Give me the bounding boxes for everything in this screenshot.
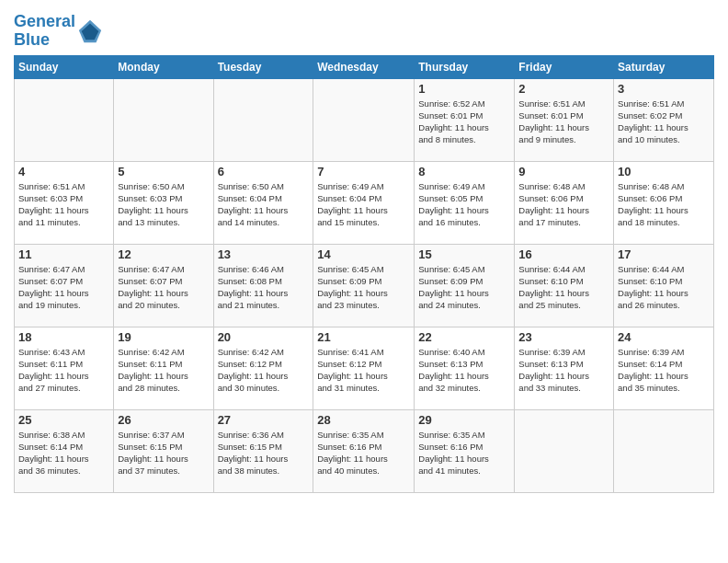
day-number: 13 (218, 247, 310, 261)
day-number: 17 (618, 247, 710, 261)
day-cell: 8Sunrise: 6:49 AM Sunset: 6:05 PM Daylig… (415, 161, 515, 244)
day-cell: 12Sunrise: 6:47 AM Sunset: 6:07 PM Dayli… (114, 244, 213, 327)
header-wednesday: Wednesday (313, 55, 415, 78)
day-info: Sunrise: 6:42 AM Sunset: 6:11 PM Dayligh… (118, 346, 209, 395)
day-number: 14 (317, 247, 410, 261)
day-number: 23 (518, 330, 609, 344)
day-info: Sunrise: 6:48 AM Sunset: 6:06 PM Dayligh… (618, 180, 710, 229)
day-number: 11 (18, 247, 109, 261)
day-info: Sunrise: 6:40 AM Sunset: 6:13 PM Dayligh… (418, 346, 510, 395)
day-cell: 28Sunrise: 6:35 AM Sunset: 6:16 PM Dayli… (313, 409, 415, 492)
day-number: 5 (118, 165, 209, 178)
day-number: 19 (118, 330, 209, 344)
week-row-4: 25Sunrise: 6:38 AM Sunset: 6:14 PM Dayli… (15, 409, 714, 492)
day-info: Sunrise: 6:37 AM Sunset: 6:15 PM Dayligh… (118, 429, 209, 477)
day-cell (213, 78, 313, 161)
day-number: 29 (418, 413, 510, 427)
day-cell (515, 409, 614, 492)
day-info: Sunrise: 6:51 AM Sunset: 6:03 PM Dayligh… (18, 180, 109, 229)
day-cell: 21Sunrise: 6:41 AM Sunset: 6:12 PM Dayli… (313, 327, 415, 409)
day-info: Sunrise: 6:43 AM Sunset: 6:11 PM Dayligh… (18, 346, 109, 395)
week-row-2: 11Sunrise: 6:47 AM Sunset: 6:07 PM Dayli… (15, 244, 714, 327)
day-info: Sunrise: 6:41 AM Sunset: 6:12 PM Dayligh… (317, 346, 410, 395)
logo-blue: Blue (14, 30, 50, 49)
day-number: 25 (18, 413, 109, 427)
header-monday: Monday (114, 55, 213, 78)
day-cell: 22Sunrise: 6:40 AM Sunset: 6:13 PM Dayli… (415, 327, 515, 409)
day-number: 27 (218, 413, 310, 427)
header-row: SundayMondayTuesdayWednesdayThursdayFrid… (15, 55, 714, 78)
day-cell (313, 78, 415, 161)
week-row-3: 18Sunrise: 6:43 AM Sunset: 6:11 PM Dayli… (15, 327, 714, 409)
day-cell: 15Sunrise: 6:45 AM Sunset: 6:09 PM Dayli… (415, 244, 515, 327)
day-number: 7 (317, 165, 410, 178)
day-number: 18 (18, 330, 109, 344)
logo-icon (77, 18, 103, 44)
logo-text: General Blue (14, 13, 75, 50)
day-cell: 6Sunrise: 6:50 AM Sunset: 6:04 PM Daylig… (213, 161, 313, 244)
header-friday: Friday (515, 55, 614, 78)
day-info: Sunrise: 6:38 AM Sunset: 6:14 PM Dayligh… (18, 429, 109, 477)
day-cell: 29Sunrise: 6:35 AM Sunset: 6:16 PM Dayli… (415, 409, 515, 492)
day-number: 9 (518, 165, 609, 178)
day-info: Sunrise: 6:44 AM Sunset: 6:10 PM Dayligh… (618, 263, 710, 312)
day-cell: 27Sunrise: 6:36 AM Sunset: 6:15 PM Dayli… (213, 409, 313, 492)
day-cell: 4Sunrise: 6:51 AM Sunset: 6:03 PM Daylig… (15, 161, 114, 244)
day-cell: 19Sunrise: 6:42 AM Sunset: 6:11 PM Dayli… (114, 327, 213, 409)
day-cell: 24Sunrise: 6:39 AM Sunset: 6:14 PM Dayli… (614, 327, 714, 409)
day-number: 1 (418, 82, 510, 96)
header-thursday: Thursday (415, 55, 515, 78)
day-info: Sunrise: 6:48 AM Sunset: 6:06 PM Dayligh… (518, 180, 609, 229)
day-cell: 11Sunrise: 6:47 AM Sunset: 6:07 PM Dayli… (15, 244, 114, 327)
week-row-1: 4Sunrise: 6:51 AM Sunset: 6:03 PM Daylig… (15, 161, 714, 244)
calendar-header: SundayMondayTuesdayWednesdayThursdayFrid… (15, 55, 714, 78)
day-info: Sunrise: 6:51 AM Sunset: 6:01 PM Dayligh… (518, 98, 609, 146)
header-saturday: Saturday (614, 55, 714, 78)
day-cell (114, 78, 213, 161)
day-number: 8 (418, 165, 510, 178)
day-cell: 3Sunrise: 6:51 AM Sunset: 6:02 PM Daylig… (614, 78, 714, 161)
day-info: Sunrise: 6:47 AM Sunset: 6:07 PM Dayligh… (118, 263, 209, 312)
day-info: Sunrise: 6:47 AM Sunset: 6:07 PM Dayligh… (18, 263, 109, 312)
calendar-body: 1Sunrise: 6:52 AM Sunset: 6:01 PM Daylig… (15, 78, 714, 492)
day-info: Sunrise: 6:44 AM Sunset: 6:10 PM Dayligh… (518, 263, 609, 312)
day-cell: 1Sunrise: 6:52 AM Sunset: 6:01 PM Daylig… (415, 78, 515, 161)
day-info: Sunrise: 6:51 AM Sunset: 6:02 PM Dayligh… (618, 98, 710, 146)
day-cell (614, 409, 714, 492)
day-info: Sunrise: 6:52 AM Sunset: 6:01 PM Dayligh… (418, 98, 510, 146)
day-info: Sunrise: 6:50 AM Sunset: 6:03 PM Dayligh… (118, 180, 209, 229)
day-number: 21 (317, 330, 410, 344)
day-number: 22 (418, 330, 510, 344)
day-number: 26 (118, 413, 209, 427)
day-info: Sunrise: 6:42 AM Sunset: 6:12 PM Dayligh… (218, 346, 310, 395)
day-cell: 14Sunrise: 6:45 AM Sunset: 6:09 PM Dayli… (313, 244, 415, 327)
header-sunday: Sunday (15, 55, 114, 78)
day-info: Sunrise: 6:36 AM Sunset: 6:15 PM Dayligh… (218, 429, 310, 477)
day-number: 28 (317, 413, 410, 427)
day-number: 16 (518, 247, 609, 261)
day-cell: 10Sunrise: 6:48 AM Sunset: 6:06 PM Dayli… (614, 161, 714, 244)
day-cell: 25Sunrise: 6:38 AM Sunset: 6:14 PM Dayli… (15, 409, 114, 492)
day-number: 6 (218, 165, 310, 178)
day-number: 2 (518, 82, 609, 96)
header: General Blue (14, 9, 714, 50)
day-cell: 9Sunrise: 6:48 AM Sunset: 6:06 PM Daylig… (515, 161, 614, 244)
week-row-0: 1Sunrise: 6:52 AM Sunset: 6:01 PM Daylig… (15, 78, 714, 161)
day-number: 20 (218, 330, 310, 344)
day-number: 12 (118, 247, 209, 261)
day-cell: 20Sunrise: 6:42 AM Sunset: 6:12 PM Dayli… (213, 327, 313, 409)
day-info: Sunrise: 6:39 AM Sunset: 6:14 PM Dayligh… (618, 346, 710, 395)
day-info: Sunrise: 6:35 AM Sunset: 6:16 PM Dayligh… (418, 429, 510, 477)
day-cell: 23Sunrise: 6:39 AM Sunset: 6:13 PM Dayli… (515, 327, 614, 409)
day-cell (15, 78, 114, 161)
header-tuesday: Tuesday (213, 55, 313, 78)
day-cell: 2Sunrise: 6:51 AM Sunset: 6:01 PM Daylig… (515, 78, 614, 161)
calendar-table: SundayMondayTuesdayWednesdayThursdayFrid… (14, 55, 714, 493)
day-cell: 26Sunrise: 6:37 AM Sunset: 6:15 PM Dayli… (114, 409, 213, 492)
day-info: Sunrise: 6:46 AM Sunset: 6:08 PM Dayligh… (218, 263, 310, 312)
day-cell: 7Sunrise: 6:49 AM Sunset: 6:04 PM Daylig… (313, 161, 415, 244)
day-cell: 17Sunrise: 6:44 AM Sunset: 6:10 PM Dayli… (614, 244, 714, 327)
day-number: 3 (618, 82, 710, 96)
logo-general: General (14, 12, 75, 30)
day-info: Sunrise: 6:49 AM Sunset: 6:04 PM Dayligh… (317, 180, 410, 229)
